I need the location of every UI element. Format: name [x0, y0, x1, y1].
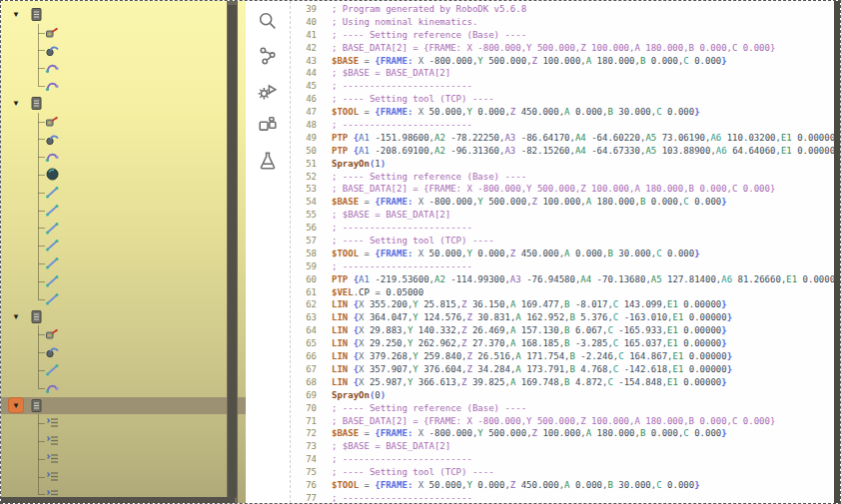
tree-item[interactable]: [1, 24, 225, 42]
code-line[interactable]: 42; BASE_DATA[2] = {FRAME: X -800.000,Y …: [291, 42, 840, 55]
code-line[interactable]: 69SprayOn(0): [291, 389, 840, 402]
code-line[interactable]: 72$BASE = {FRAME: X -800.000,Y 500.000,Z…: [291, 427, 840, 440]
line-number: 65: [291, 337, 317, 350]
code-line[interactable]: 56; ------------------------: [291, 222, 840, 235]
code-line[interactable]: 55; $BASE = BASE_DATA[2]: [291, 209, 840, 222]
set-tool-icon: [45, 344, 60, 359]
code-text: ; BASE_DATA[2] = {FRAME: X -800.000,Y 50…: [332, 183, 775, 196]
code-line[interactable]: 49PTP {A1 -151.98600,A2 -78.22250,A3 -86…: [291, 132, 840, 145]
tree-item[interactable]: [1, 361, 225, 379]
tree-item[interactable]: [1, 131, 225, 149]
tree-item[interactable]: [1, 77, 225, 95]
program-item-mainprog[interactable]: ▼: [1, 397, 246, 415]
line-number: 50: [291, 145, 317, 158]
code-text: LIN {X 29.250,Y 262.962,Z 27.370,A 168.1…: [332, 337, 727, 350]
tree-horizontal-scrollbar[interactable]: [1, 497, 235, 503]
tree-item[interactable]: [1, 343, 225, 361]
expand-triangle-icon[interactable]: ▼: [9, 97, 23, 111]
tree-item[interactable]: [1, 432, 225, 450]
code-line[interactable]: 77; ------------------------: [291, 492, 840, 503]
code-line[interactable]: 53; BASE_DATA[2] = {FRAME: X -800.000,Y …: [291, 183, 840, 196]
code-line[interactable]: 70; ---- Setting reference (Base) ----: [291, 402, 840, 415]
tree-item[interactable]: [1, 379, 225, 397]
flask-button[interactable]: [256, 149, 280, 173]
code-text: PTP {A1 -219.53600,A2 -114.99300,A3 -76.…: [332, 273, 840, 286]
code-line[interactable]: 68LIN {X 25.987,Y 366.613,Z 39.825,A 169…: [291, 376, 840, 389]
tree-item[interactable]: [1, 468, 225, 486]
code-text: ; ------------------------: [332, 119, 472, 132]
code-line[interactable]: 52; ---- Setting reference (Base) ----: [291, 171, 840, 184]
tree-scrollbar-thumb[interactable]: [228, 1, 237, 498]
code-line[interactable]: 47$TOOL = {FRAME: X 50.000,Y 0.000,Z 450…: [291, 106, 840, 119]
code-line[interactable]: 75; ---- Setting tool (TCP) ----: [291, 466, 840, 479]
code-line[interactable]: 64LIN {X 29.883,Y 140.332,Z 26.469,A 157…: [291, 324, 840, 337]
line-number: 60: [291, 273, 317, 286]
nodes-button[interactable]: [256, 44, 280, 68]
code-line[interactable]: 73; $BASE = BASE_DATA[2]: [291, 440, 840, 453]
tree-item[interactable]: [1, 325, 225, 343]
tree-item[interactable]: [1, 202, 225, 220]
movel-icon: [45, 221, 60, 236]
code-text: ; Program generated by RoboDK v5.6.8: [332, 3, 526, 16]
tree-item[interactable]: [1, 113, 225, 131]
code-line[interactable]: 63LIN {X 364.047,Y 124.576,Z 30.831,A 16…: [291, 311, 840, 324]
code-line[interactable]: 54$BASE = {FRAME: X -800.000,Y 500.000,Z…: [291, 196, 840, 209]
code-line[interactable]: 57; ---- Setting tool (TCP) ----: [291, 235, 840, 248]
tree-item[interactable]: [1, 272, 225, 290]
robodk-program-window: ▼▼▼▼ 39; Program generated by RoboDK v5.…: [0, 0, 841, 504]
line-number: 43: [291, 55, 317, 68]
code-line[interactable]: 67LIN {X 357.907,Y 376.604,Z 34.284,A 17…: [291, 363, 840, 376]
tree-item[interactable]: [1, 290, 225, 308]
program-item-retract[interactable]: ▼: [1, 308, 225, 326]
code-line[interactable]: 76$TOOL = {FRAME: X 50.000,Y 0.000,Z 450…: [291, 479, 840, 492]
run-settings-button[interactable]: [256, 79, 280, 103]
line-number: 72: [291, 427, 317, 440]
tree-item[interactable]: [1, 148, 225, 166]
tree-item[interactable]: [1, 237, 225, 254]
code-text: ; $BASE = BASE_DATA[2]: [332, 67, 450, 80]
code-line[interactable]: 51SprayOn(1): [291, 158, 840, 171]
code-text: ; ---- Setting tool (TCP) ----: [332, 466, 494, 479]
program-item-painttop[interactable]: ▼: [1, 95, 225, 113]
line-number: 62: [291, 298, 317, 311]
code-line[interactable]: 61$VEL.CP = 0.05000: [291, 286, 840, 299]
tree-item[interactable]: [1, 220, 225, 238]
code-line[interactable]: 74; ------------------------: [291, 453, 840, 466]
expand-triangle-icon[interactable]: ▼: [9, 398, 23, 412]
tree-item[interactable]: [1, 59, 225, 77]
flask-icon: [257, 150, 279, 172]
code-text: ; ---- Setting tool (TCP) ----: [332, 235, 494, 248]
code-line[interactable]: 60PTP {A1 -219.53600,A2 -114.99300,A3 -7…: [291, 273, 840, 286]
code-line[interactable]: 45; ------------------------: [291, 80, 840, 93]
search-button[interactable]: [256, 9, 280, 33]
code-line[interactable]: 39; Program generated by RoboDK v5.6.8: [291, 3, 840, 16]
line-number: 53: [291, 183, 317, 196]
code-line[interactable]: 44; $BASE = BASE_DATA[2]: [291, 67, 840, 80]
tree-item[interactable]: [1, 450, 225, 468]
expand-triangle-icon[interactable]: ▼: [9, 309, 23, 323]
code-line[interactable]: 46; ---- Setting tool (TCP) ----: [291, 93, 840, 106]
tree-item[interactable]: [1, 254, 225, 272]
tree-item[interactable]: [1, 184, 225, 202]
tree-scrollbar[interactable]: [227, 1, 238, 503]
code-line[interactable]: 40; Using nominal kinematics.: [291, 16, 840, 29]
code-line[interactable]: 71; BASE_DATA[2] = {FRAME: X -800.000,Y …: [291, 415, 840, 428]
movej-icon: [45, 380, 60, 395]
code-line[interactable]: 65LIN {X 29.250,Y 262.962,Z 27.370,A 168…: [291, 337, 840, 350]
code-line[interactable]: 48; ------------------------: [291, 119, 840, 132]
tree-item[interactable]: [1, 42, 225, 60]
expand-triangle-icon[interactable]: ▼: [9, 8, 23, 22]
code-text: $TOOL = {FRAME: X 50.000,Y 0.000,Z 450.0…: [332, 106, 700, 119]
code-editor[interactable]: 39; Program generated by RoboDK v5.6.840…: [291, 1, 840, 503]
layout-windows-button[interactable]: [256, 114, 280, 138]
code-line[interactable]: 43$BASE = {FRAME: X -800.000,Y 500.000,Z…: [291, 55, 840, 68]
code-line[interactable]: 62LIN {X 355.200,Y 25.815,Z 36.150,A 169…: [291, 298, 840, 311]
code-line[interactable]: 50PTP {A1 -208.69100,A2 -96.31360,A3 -82…: [291, 145, 840, 158]
program-item-approachmove[interactable]: ▼: [1, 6, 225, 24]
tree-item[interactable]: [1, 414, 225, 432]
code-line[interactable]: 59; ------------------------: [291, 260, 840, 273]
tree-item[interactable]: [1, 166, 225, 184]
code-line[interactable]: 41; ---- Setting reference (Base) ----: [291, 29, 840, 42]
code-line[interactable]: 58$TOOL = {FRAME: X 50.000,Y 0.000,Z 450…: [291, 248, 840, 260]
code-line[interactable]: 66LIN {X 379.268,Y 259.840,Z 26.516,A 17…: [291, 350, 840, 363]
